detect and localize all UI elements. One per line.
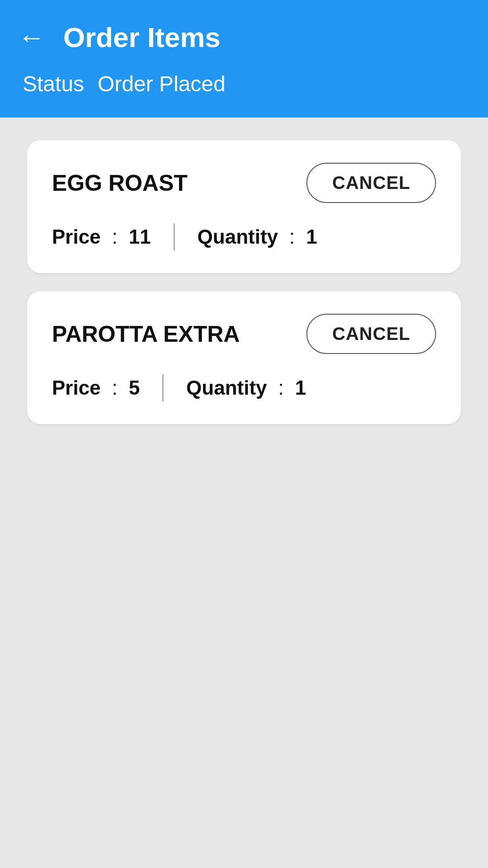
cancel-button-1[interactable]: CANCEL — [306, 163, 436, 203]
page-title: Order Items — [63, 21, 221, 53]
quantity-separator-2: : — [278, 377, 284, 399]
back-icon[interactable]: ← — [18, 24, 45, 51]
price-value-2: 5 — [129, 377, 140, 399]
price-label-2: Price — [52, 377, 101, 399]
order-card-1: EGG ROAST CANCEL Price : 11 Quantity : 1 — [27, 140, 461, 273]
divider-1 — [174, 223, 175, 250]
item-name-2: PAROTTA EXTRA — [52, 321, 240, 347]
price-separator-1: : — [112, 226, 117, 248]
price-value-1: 11 — [129, 226, 151, 248]
card-header-1: EGG ROAST CANCEL — [52, 163, 436, 203]
cancel-button-2[interactable]: CANCEL — [306, 314, 436, 354]
card-header-2: PAROTTA EXTRA CANCEL — [52, 314, 436, 354]
price-label-1: Price — [52, 226, 101, 248]
price-detail-1: Price : 11 — [52, 226, 151, 248]
header: ← Order Items Status Order Placed — [0, 0, 488, 118]
quantity-detail-1: Quantity : 1 — [197, 226, 317, 248]
status-label: Status — [23, 71, 84, 96]
order-card-2: PAROTTA EXTRA CANCEL Price : 5 Quantity … — [27, 291, 461, 424]
quantity-value-1: 1 — [306, 226, 317, 248]
quantity-label-2: Quantity — [186, 377, 267, 399]
price-detail-2: Price : 5 — [52, 377, 140, 399]
quantity-detail-2: Quantity : 1 — [186, 377, 306, 399]
card-details-1: Price : 11 Quantity : 1 — [52, 223, 436, 250]
item-name-1: EGG ROAST — [52, 170, 188, 196]
quantity-value-2: 1 — [295, 377, 306, 399]
card-details-2: Price : 5 Quantity : 1 — [52, 374, 436, 401]
status-value: Order Placed — [98, 71, 225, 96]
price-separator-2: : — [112, 377, 117, 399]
quantity-separator-1: : — [289, 226, 295, 248]
quantity-label-1: Quantity — [197, 226, 278, 248]
divider-2 — [162, 374, 164, 401]
content-area: EGG ROAST CANCEL Price : 11 Quantity : 1… — [0, 118, 488, 447]
